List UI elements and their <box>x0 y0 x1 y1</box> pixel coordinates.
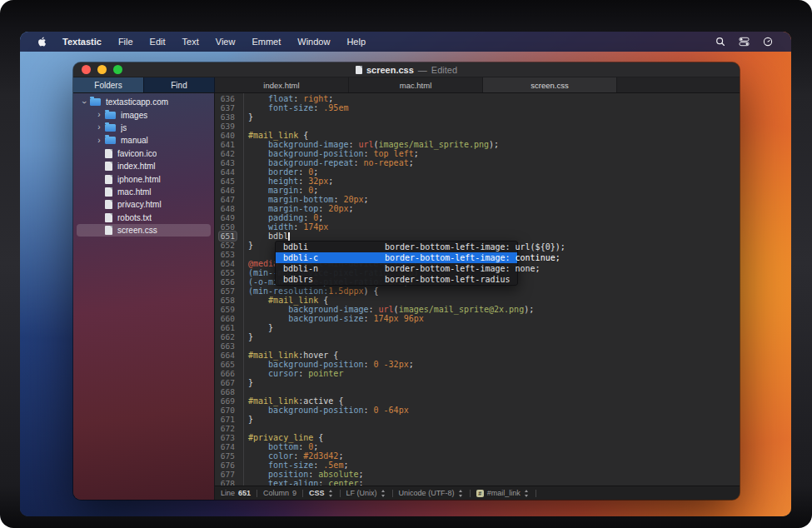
code-line-646[interactable]: 646 margin: 0; <box>215 186 740 195</box>
tree-item-robots-txt[interactable]: robots.txt <box>73 212 214 224</box>
code-line-647[interactable]: 647 margin-bottom: 20px; <box>215 195 740 204</box>
window-titlebar[interactable]: screen.css — Edited <box>73 62 740 77</box>
menu-item-textastic[interactable]: Textastic <box>54 37 110 47</box>
line-number: 640 <box>215 131 240 140</box>
sidebar-tab-find[interactable]: Find <box>144 77 215 92</box>
code-line-671[interactable]: 671} <box>215 415 740 424</box>
chevron-right-icon[interactable]: › <box>93 111 105 119</box>
code-line-642[interactable]: 642 background-position: top left; <box>215 149 740 158</box>
line-number: 639 <box>215 122 240 131</box>
tree-item-manual[interactable]: ›manual <box>73 134 214 147</box>
tree-item-label: privacy.html <box>117 200 162 209</box>
code-line-664[interactable]: 664#mail_link:hover { <box>215 351 740 360</box>
autocomplete-abbreviation: bdbli-n <box>276 264 385 273</box>
code-line-661[interactable]: 661 } <box>215 323 740 332</box>
tree-item-screen-css[interactable]: screen.css <box>77 224 211 237</box>
symbol-selector[interactable]: ##mail_link <box>476 489 530 497</box>
code-line-637[interactable]: 637 font-size: .95em <box>215 103 740 112</box>
code-line-677[interactable]: 677 position: absolute; <box>215 470 740 479</box>
chevron-down-icon[interactable]: › <box>80 97 88 108</box>
apple-menu-icon[interactable] <box>30 37 54 47</box>
code-line-638[interactable]: 638} <box>215 112 740 122</box>
tree-item-favicon-ico[interactable]: favicon.ico <box>73 147 214 160</box>
menu-item-file[interactable]: File <box>110 37 142 47</box>
code-line-665[interactable]: 665 background-position: 0 -32px; <box>215 360 740 369</box>
close-button[interactable] <box>82 65 91 74</box>
code-line-669[interactable]: 669#mail_link:active { <box>215 396 740 406</box>
autocomplete-item-bdblrs[interactable]: bdblrsborder-bottom-left-radius <box>276 274 517 285</box>
code-line-657[interactable]: 657(min-resolution:1.5dppx) { <box>215 286 740 296</box>
desktop: TextasticFileEditTextViewEmmetWindowHelp <box>20 32 791 516</box>
line-number: 666 <box>215 369 240 378</box>
code-line-663[interactable]: 663 <box>215 341 740 351</box>
autocomplete-item-bdbli-n[interactable]: bdbli-nborder-bottom-left-image: none; <box>276 263 517 274</box>
code-line-636[interactable]: 636 float: right; <box>215 94 740 103</box>
encoding-selector[interactable]: Unicode (UTF-8) <box>399 489 464 497</box>
code-text: font-size: .5em; <box>240 461 348 470</box>
clock-icon[interactable] <box>756 37 780 47</box>
code-line-641[interactable]: 641 background-image: url(images/mail_sp… <box>215 140 740 149</box>
code-text: bdbl <box>240 232 290 241</box>
code-line-678[interactable]: 678 text-align: center; <box>215 479 740 486</box>
code-line-658[interactable]: 658 #mail_link { <box>215 296 740 305</box>
tree-item-iphone-html[interactable]: iphone.html <box>73 172 214 185</box>
tree-item-images[interactable]: ›images <box>73 108 214 121</box>
code-line-648[interactable]: 648 margin-top: 20px; <box>215 204 740 213</box>
tree-item-index-html[interactable]: index.html <box>73 160 214 172</box>
code-line-660[interactable]: 660 background-size: 174px 96px <box>215 314 740 323</box>
sidebar-tab-folders[interactable]: Folders <box>73 77 144 92</box>
code-line-675[interactable]: 675 color: #2d3d42; <box>215 451 740 461</box>
spotlight-search-icon[interactable] <box>709 37 732 47</box>
sidebar-tabs: FoldersFind <box>73 77 215 92</box>
doc-tab-screen-css[interactable]: screen.css <box>483 77 617 92</box>
code-line-640[interactable]: 640#mail_link { <box>215 131 740 140</box>
control-center-icon[interactable] <box>732 37 756 47</box>
menu-item-view[interactable]: View <box>207 37 244 47</box>
doc-tab-mac-html[interactable]: mac.html <box>349 77 483 92</box>
menu-item-emmet[interactable]: Emmet <box>243 37 289 47</box>
syntax-selector[interactable]: CSS <box>309 489 334 497</box>
code-line-662[interactable]: 662} <box>215 332 740 341</box>
code-line-651[interactable]: 651 bdbl <box>215 232 740 241</box>
tree-item-privacy-html[interactable]: privacy.html <box>73 198 214 211</box>
code-line-667[interactable]: 667} <box>215 378 740 387</box>
code-text: width: 174px <box>240 222 328 232</box>
tree-item-js[interactable]: ›js <box>73 122 214 134</box>
chevron-right-icon[interactable]: › <box>93 137 105 145</box>
menu-item-text[interactable]: Text <box>174 37 207 47</box>
code-line-645[interactable]: 645 height: 32px; <box>215 177 740 186</box>
autocomplete-expansion: border-bottom-left-image: none; <box>385 264 541 273</box>
chevron-right-icon[interactable]: › <box>93 123 105 132</box>
autocomplete-item-bdbli[interactable]: bdbliborder-bottom-left-image: url(${0})… <box>276 242 517 252</box>
doc-tab-index-html[interactable]: index.html <box>215 77 349 92</box>
code-line-670[interactable]: 670 background-position: 0 -64px <box>215 406 740 415</box>
code-line-674[interactable]: 674 bottom: 0; <box>215 442 740 451</box>
autocomplete-item-bdbli-c[interactable]: bdbli-cborder-bottom-left-image: continu… <box>276 252 517 263</box>
code-line-668[interactable]: 668 <box>215 387 740 396</box>
minimize-button[interactable] <box>97 65 107 74</box>
code-text: #mail_link:hover { <box>240 351 338 360</box>
tree-item-mac-html[interactable]: mac.html <box>73 186 214 198</box>
editor-content[interactable]: 636 float: right;637 font-size: .95em638… <box>215 93 740 486</box>
line-number: 662 <box>215 332 240 341</box>
line-endings-selector[interactable]: LF (Unix) <box>346 489 386 497</box>
tree-item-label: manual <box>121 136 148 145</box>
code-text: } <box>240 241 253 250</box>
zoom-button[interactable] <box>113 65 122 74</box>
menu-item-edit[interactable]: Edit <box>142 37 174 47</box>
code-line-643[interactable]: 643 background-repeat: no-repeat; <box>215 158 740 167</box>
code-line-673[interactable]: 673#privacy_line { <box>215 433 740 442</box>
code-line-659[interactable]: 659 background-image: url(images/mail_sp… <box>215 305 740 314</box>
code-line-649[interactable]: 649 padding: 0; <box>215 213 740 222</box>
code-line-639[interactable]: 639 <box>215 122 740 131</box>
code-line-676[interactable]: 676 font-size: .5em; <box>215 461 740 470</box>
code-line-672[interactable]: 672 <box>215 424 740 433</box>
code-line-650[interactable]: 650 width: 174px <box>215 222 740 232</box>
code-text <box>240 250 248 259</box>
line-number: 650 <box>215 222 240 232</box>
code-line-666[interactable]: 666 cursor: pointer <box>215 369 740 378</box>
menu-item-window[interactable]: Window <box>289 37 338 47</box>
tree-item-textasticapp-com[interactable]: ›textasticapp.com <box>73 96 214 108</box>
menu-item-help[interactable]: Help <box>338 37 374 47</box>
code-line-644[interactable]: 644 border: 0; <box>215 167 740 177</box>
